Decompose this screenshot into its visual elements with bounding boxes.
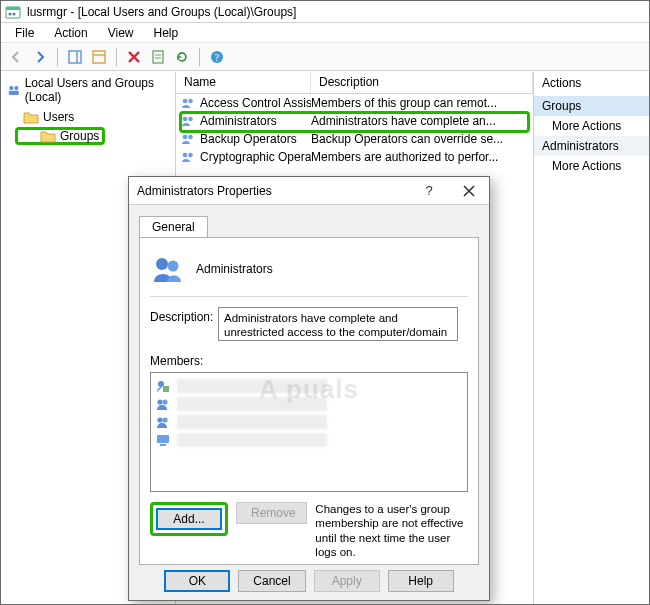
group-name-label: Administrators — [196, 262, 273, 276]
tree-users-label: Users — [43, 110, 74, 124]
user-icon — [155, 396, 171, 412]
members-label: Members: — [150, 351, 468, 368]
menu-action[interactable]: Action — [44, 24, 97, 42]
description-label: Description: — [150, 307, 208, 324]
separator — [116, 48, 117, 66]
cancel-button[interactable]: Cancel — [238, 570, 305, 592]
computer-icon — [155, 432, 171, 448]
row-desc: Administrators have complete an... — [311, 114, 533, 128]
menu-file[interactable]: File — [5, 24, 44, 42]
row-name: Administrators — [200, 114, 277, 128]
help-button[interactable]: ? — [206, 46, 228, 68]
member-item[interactable] — [155, 395, 463, 413]
actions-heading-groups[interactable]: Groups — [534, 96, 649, 116]
tree-node-groups[interactable]: Groups — [15, 127, 105, 145]
actions-more-groups[interactable]: More Actions — [534, 116, 649, 136]
list-row[interactable]: Access Control Assist... Members of this… — [176, 94, 533, 112]
remove-button: Remove — [236, 502, 307, 524]
row-desc: Members are authorized to perfor... — [311, 150, 533, 164]
tree-root-label: Local Users and Groups (Local) — [25, 76, 169, 104]
nav-back-button — [5, 46, 27, 68]
svg-point-18 — [183, 135, 188, 140]
svg-point-14 — [183, 99, 188, 104]
help-button[interactable]: Help — [388, 570, 454, 592]
actions-pane: Actions Groups More Actions Administrato… — [534, 72, 649, 604]
svg-rect-31 — [157, 435, 169, 443]
svg-point-2 — [8, 12, 11, 15]
tab-strip: General — [139, 213, 479, 237]
refresh-button[interactable] — [171, 46, 193, 68]
user-icon — [155, 378, 171, 394]
svg-text:?: ? — [215, 52, 220, 63]
description-textbox[interactable]: Administrators have complete and unrestr… — [218, 307, 458, 341]
separator — [57, 48, 58, 66]
menu-help[interactable]: Help — [144, 24, 189, 42]
dialog-help-button[interactable]: ? — [409, 177, 449, 205]
nav-forward-button[interactable] — [29, 46, 51, 68]
svg-point-11 — [9, 86, 13, 90]
svg-point-12 — [14, 86, 18, 90]
svg-rect-26 — [163, 386, 169, 392]
group-header: Administrators — [150, 248, 468, 290]
svg-point-20 — [183, 153, 188, 158]
mmc-window: lusrmgr - [Local Users and Groups (Local… — [0, 0, 650, 605]
tab-general[interactable]: General — [139, 216, 208, 238]
svg-point-21 — [188, 153, 193, 158]
row-name: Backup Operators — [200, 132, 297, 146]
tree-node-users[interactable]: Users — [1, 108, 175, 126]
action-pane-toggle-button[interactable] — [64, 46, 86, 68]
svg-point-16 — [183, 117, 188, 122]
group-large-icon — [150, 252, 184, 286]
menu-view[interactable]: View — [98, 24, 144, 42]
svg-rect-32 — [160, 444, 166, 446]
column-name[interactable]: Name — [176, 72, 311, 93]
membership-note: Changes to a user's group membership are… — [315, 502, 468, 560]
toolbar: ? — [1, 43, 649, 71]
group-icon — [180, 113, 196, 129]
folder-icon — [40, 129, 56, 143]
row-desc: Members of this group can remot... — [311, 96, 533, 110]
svg-point-28 — [162, 399, 167, 404]
dialog-body: General Administrators Description: Admi… — [129, 205, 489, 600]
ok-button[interactable]: OK — [164, 570, 230, 592]
dialog-title: Administrators Properties — [137, 184, 409, 198]
actions-title: Actions — [534, 72, 649, 96]
list-row[interactable]: Cryptographic Operat Members are authori… — [176, 148, 533, 166]
actions-more-administrators[interactable]: More Actions — [534, 156, 649, 176]
properties-toggle-button[interactable] — [88, 46, 110, 68]
svg-point-30 — [162, 417, 167, 422]
row-desc: Backup Operators can override se... — [311, 132, 533, 146]
dialog-button-row: OK Cancel Apply Help — [129, 570, 489, 592]
svg-text:?: ? — [425, 184, 432, 198]
tree-root[interactable]: Local Users and Groups (Local) — [1, 72, 175, 108]
row-name: Cryptographic Operat — [200, 150, 311, 164]
svg-point-24 — [168, 261, 179, 272]
actions-heading-administrators[interactable]: Administrators — [534, 136, 649, 156]
column-description[interactable]: Description — [311, 72, 533, 93]
users-groups-icon — [7, 83, 21, 97]
member-item[interactable] — [155, 431, 463, 449]
dialog-titlebar: Administrators Properties ? — [129, 177, 489, 205]
list-row[interactable]: Administrators Administrators have compl… — [176, 112, 533, 130]
svg-rect-1 — [6, 7, 20, 10]
members-listbox[interactable] — [150, 372, 468, 492]
member-item[interactable] — [155, 377, 463, 395]
titlebar: lusrmgr - [Local Users and Groups (Local… — [1, 1, 649, 23]
dialog-close-button[interactable] — [449, 177, 489, 205]
svg-point-27 — [157, 399, 162, 404]
list-header: Name Description — [176, 72, 533, 94]
add-button[interactable]: Add... — [156, 508, 222, 530]
list-row[interactable]: Backup Operators Backup Operators can ov… — [176, 130, 533, 148]
export-button[interactable] — [147, 46, 169, 68]
member-item[interactable] — [155, 413, 463, 431]
delete-button[interactable] — [123, 46, 145, 68]
member-name-redacted — [177, 397, 327, 411]
svg-point-23 — [156, 258, 168, 270]
svg-point-3 — [12, 12, 15, 15]
member-name-redacted — [177, 433, 327, 447]
svg-rect-13 — [9, 91, 19, 95]
member-name-redacted — [177, 415, 327, 429]
add-remove-row: Add... Remove Changes to a user's group … — [150, 502, 468, 560]
tab-page-general: Administrators Description: Administrato… — [139, 237, 479, 565]
divider — [150, 296, 468, 297]
